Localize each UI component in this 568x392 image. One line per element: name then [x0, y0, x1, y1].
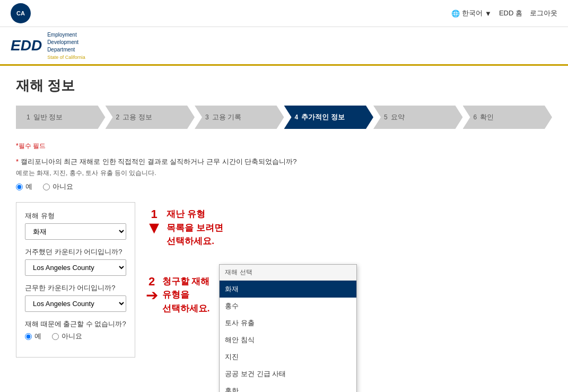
annotation1-text: 재난 유형목록을 보려면선택하세요.	[167, 207, 223, 248]
step-2-num: 2	[116, 114, 120, 121]
commute-yes-input[interactable]	[25, 333, 32, 340]
step-2[interactable]: 2 고용 정보	[106, 106, 195, 129]
edd-home-link[interactable]: EDD 홈	[499, 8, 522, 18]
main-no-radio[interactable]: 아니요	[43, 182, 73, 191]
dropdown-item-0[interactable]: 화재	[220, 281, 356, 298]
logo-bar: EDD Employment Development Department St…	[0, 27, 568, 66]
step-5-num: 5	[384, 114, 388, 121]
dropdown-header: 재해 선택	[220, 265, 356, 281]
county1-label: 거주했던 카운티가 어디입니까?	[25, 247, 126, 257]
arrow-right-icon: ➔	[146, 289, 158, 302]
dropdown-item-1[interactable]: 홍수	[220, 298, 356, 315]
arrow-down-icon: ▼	[146, 221, 163, 235]
step-1[interactable]: 1 일반 정보	[16, 106, 106, 129]
step-6[interactable]: 6 확인	[463, 106, 553, 129]
step-1-label: 일반 정보	[33, 112, 63, 122]
main-yes-radio[interactable]: 예	[16, 182, 32, 191]
edd-logo: EDD Employment Development Department St…	[11, 31, 85, 60]
edd-state: State of California	[47, 55, 85, 60]
chevron-down-icon: ▼	[485, 10, 492, 18]
annotation2-num: 2	[148, 275, 155, 289]
dropdown-item-2[interactable]: 토사 유출	[220, 315, 356, 332]
county2-group: 근무한 카운티가 어디입니까? Los Angeles County	[25, 283, 126, 312]
progress-steps: 1 일반 정보 2 고용 정보 3 고용 기록 4 추가적인 정보 5	[16, 106, 552, 129]
main-question-subtext: 예로는 화재, 지진, 홍수, 토사 유출 등이 있습니다.	[16, 169, 552, 178]
county1-select[interactable]: Los Angeles County	[25, 259, 126, 276]
ca-logo: CA	[11, 3, 31, 23]
main-content: 재해 정보 1 일반 정보 2 고용 정보 3 고용 기록 4 추가적인 정보	[0, 66, 568, 392]
commute-yes-radio[interactable]: 예	[25, 332, 41, 341]
step-4[interactable]: 4 추가적인 정보	[284, 106, 374, 129]
required-label: *필수 필드	[16, 142, 552, 151]
dropdown-item-5[interactable]: 공공 보건 긴급 사태	[220, 365, 356, 382]
step-4-label: 추가적인 정보	[301, 112, 345, 122]
dropdown-item-4[interactable]: 지진	[220, 349, 356, 365]
disaster-type-group: 재해 유형 화재 홍수 토사 유출 해안 침식 지진	[25, 211, 126, 240]
main-question-radio-group: 예 아니요	[16, 182, 552, 191]
step-3-num: 3	[205, 114, 209, 121]
step-3-label: 고용 기록	[212, 112, 242, 122]
main-yes-input[interactable]	[16, 184, 23, 190]
annotation1: 1 ▼ 재난 유형목록을 보려면선택하세요.	[146, 207, 357, 248]
disaster-dropdown-popup: 재해 선택 화재 홍수 토사 유출 해안 침식 지진 공공 보건 긴급 사태 혹…	[219, 264, 357, 393]
step-5-label: 요약	[391, 112, 405, 122]
language-selector[interactable]: 🌐 한국어 ▼	[451, 8, 492, 18]
commute-group: 재해 때문에 출근할 수 없습니까? 예 아니요	[25, 319, 126, 341]
annotation2-area: 2 ➔ 청구할 재해유형을선택하세요. 재해 선택 화재 홍수 토사 유출 해안…	[146, 264, 357, 393]
form-box: 재해 유형 화재 홍수 토사 유출 해안 침식 지진 거주했던 카운티가 어디입…	[16, 202, 135, 358]
logout-link[interactable]: 로그아웃	[530, 8, 557, 18]
commute-no-input[interactable]	[52, 333, 59, 340]
step-6-label: 확인	[480, 112, 494, 122]
top-bar-left: CA	[11, 3, 36, 23]
main-no-input[interactable]	[43, 184, 50, 190]
commute-radio-group: 예 아니요	[25, 332, 126, 341]
lang-label: 한국어	[462, 8, 483, 18]
main-question-section: * 캘리포니아의 최근 재해로 인한 직접적인 결과로 실직하거나 근무 시간이…	[16, 157, 552, 191]
commute-no-radio[interactable]: 아니요	[52, 332, 82, 341]
disaster-type-label: 재해 유형	[25, 211, 126, 221]
step-3[interactable]: 3 고용 기록	[195, 106, 284, 129]
county1-group: 거주했던 카운티가 어디입니까? Los Angeles County	[25, 247, 126, 276]
step-4-num: 4	[295, 114, 299, 121]
county2-label: 근무한 카운티가 어디입니까?	[25, 283, 126, 293]
top-bar-right: 🌐 한국어 ▼ EDD 홈 로그아웃	[451, 8, 557, 18]
county2-select[interactable]: Los Angeles County	[25, 295, 126, 312]
step-2-label: 고용 정보	[123, 112, 152, 122]
dropdown-item-6[interactable]: 혹한	[220, 382, 356, 393]
page-title: 재해 정보	[16, 76, 552, 95]
main-question-text: * 캘리포니아의 최근 재해로 인한 직접적인 결과로 실직하거나 근무 시간이…	[16, 157, 552, 167]
asterisk: *	[16, 158, 19, 165]
step-1-num: 1	[27, 114, 30, 121]
step-5[interactable]: 5 요약	[373, 106, 463, 129]
top-bar: CA 🌐 한국어 ▼ EDD 홈 로그아웃	[0, 0, 568, 27]
step-6-num: 6	[474, 114, 477, 121]
commute-label: 재해 때문에 출근할 수 없습니까?	[25, 319, 126, 329]
edd-dept-name: Employment Development Department	[47, 31, 85, 54]
globe-icon: 🌐	[451, 10, 460, 18]
dropdown-item-3[interactable]: 해안 침식	[220, 332, 356, 349]
ca-logo-text: CA	[16, 10, 25, 16]
edd-letters: EDD	[11, 38, 42, 53]
annotation2-text: 청구할 재해유형을선택하세요.	[162, 264, 210, 316]
disaster-type-select[interactable]: 화재 홍수 토사 유출 해안 침식 지진	[25, 223, 126, 240]
